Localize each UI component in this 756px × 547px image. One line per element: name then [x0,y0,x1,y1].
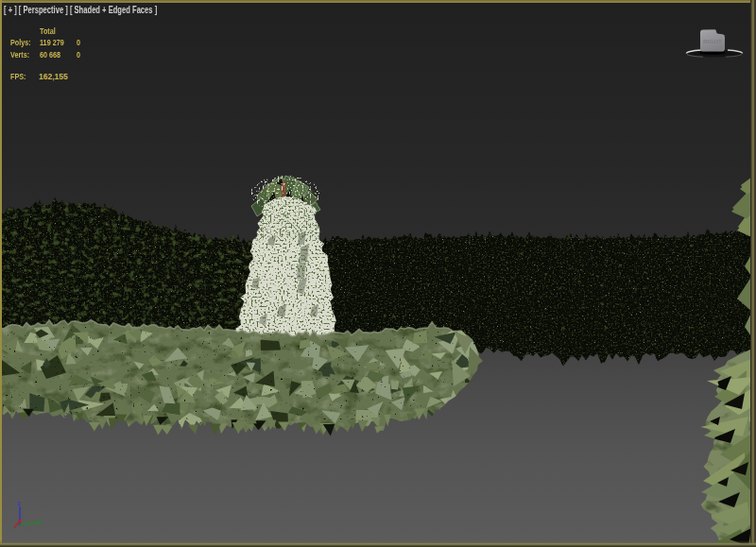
svg-text:z: z [17,499,21,507]
svg-text:RIGHT: RIGHT [703,39,722,44]
